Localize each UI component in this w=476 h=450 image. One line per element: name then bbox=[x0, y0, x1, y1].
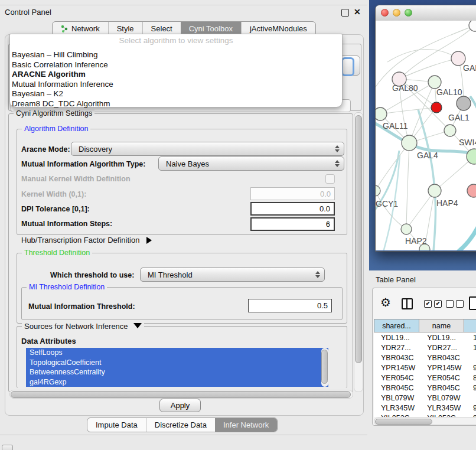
list-item[interactable]: SelfLoops bbox=[26, 348, 328, 358]
list-item[interactable]: BetweennessCentrality bbox=[26, 367, 328, 377]
collapsed-panel-button[interactable] bbox=[2, 445, 13, 450]
node-label: HAP4 bbox=[436, 198, 458, 208]
list-vertical-scrollbar-thumb[interactable] bbox=[321, 350, 328, 384]
dropdown-item[interactable]: Bayesian – Hill Climbing bbox=[10, 50, 342, 60]
zoom-traffic-light-icon[interactable] bbox=[405, 9, 412, 17]
settings-vertical-scrollbar-thumb[interactable] bbox=[355, 115, 362, 363]
dropdown-hint: Select algorithm to view settings bbox=[10, 36, 342, 45]
column-header-name[interactable]: name bbox=[419, 319, 464, 332]
deselect-all-checkboxes-icon[interactable] bbox=[446, 300, 464, 308]
column-header-label: shared... bbox=[382, 322, 411, 330]
table-row[interactable]: YER054CYER054C8. bbox=[374, 373, 476, 383]
tab-infer-network[interactable]: Infer Network bbox=[215, 418, 277, 432]
kernel-width-label: Kernel Width (0,1): bbox=[21, 190, 86, 198]
control-panel-bottom-edge bbox=[0, 435, 367, 435]
algorithm-dropdown-list: Select algorithm to view settings Bayesi… bbox=[9, 34, 343, 107]
mi-threshold-label: Mutual Information Threshold: bbox=[28, 302, 135, 311]
network-window-titlebar[interactable] bbox=[376, 5, 476, 21]
hub-definition-toggle[interactable]: Hub/Transcription Factor Definition bbox=[21, 236, 152, 244]
mi-steps-field[interactable]: 6 bbox=[250, 217, 335, 231]
node-red-selected[interactable] bbox=[431, 102, 442, 113]
which-threshold-combo[interactable]: MI Threshold bbox=[140, 268, 325, 282]
node-gray[interactable] bbox=[457, 96, 471, 110]
column-header-shared[interactable]: shared... bbox=[374, 319, 419, 332]
expand-right-icon bbox=[146, 237, 152, 244]
network-canvas[interactable]: GAL8 GAL80 GAL10 GAL11 GAL1 SWI4 GAL4 GC… bbox=[376, 21, 476, 250]
combo-focus-ring bbox=[341, 57, 354, 76]
close-icon[interactable]: ✕ bbox=[354, 7, 361, 17]
node-gal4[interactable] bbox=[402, 135, 417, 151]
dpi-tolerance-field[interactable]: 0.0 bbox=[250, 202, 335, 216]
manual-kernel-checkbox[interactable] bbox=[325, 174, 335, 184]
control-panel-title: Control Panel bbox=[5, 8, 51, 17]
aracne-mode-combo[interactable]: Discovery bbox=[71, 142, 344, 156]
apply-button[interactable]: Apply bbox=[159, 399, 201, 412]
minimize-traffic-light-icon[interactable] bbox=[393, 9, 400, 17]
dropdown-item[interactable]: Dream8 DC_TDC Algorithm bbox=[10, 99, 342, 109]
settings-horizontal-scrollbar-thumb[interactable] bbox=[11, 391, 351, 398]
sources-title-wrap: Sources for Network Inference bbox=[22, 322, 144, 331]
select-all-checkboxes-icon[interactable]: ✔✔ bbox=[424, 300, 442, 308]
table-row[interactable]: YDR27...YDR27...12 bbox=[374, 343, 476, 353]
table-panel-title: Table Panel bbox=[376, 275, 416, 284]
table-row[interactable]: YBL079WYBL079W bbox=[374, 393, 476, 403]
tab-impute-data-label: Impute Data bbox=[96, 418, 138, 432]
combo-arrows-icon bbox=[335, 160, 340, 167]
collapse-down-icon[interactable] bbox=[133, 323, 142, 328]
node-gal10[interactable] bbox=[428, 76, 441, 89]
node-gcy1[interactable] bbox=[376, 185, 380, 196]
gear-icon[interactable]: ⚙ bbox=[380, 296, 391, 308]
new-table-icon[interactable] bbox=[469, 296, 476, 310]
close-traffic-light-icon[interactable] bbox=[381, 9, 389, 17]
column-header-partial[interactable] bbox=[464, 319, 476, 332]
combo-arrows-icon bbox=[335, 145, 340, 152]
mi-threshold-field[interactable]: 0.5 bbox=[248, 299, 332, 312]
node-gal11[interactable] bbox=[376, 107, 387, 120]
node-hap4[interactable] bbox=[428, 184, 441, 197]
kernel-width-value: 0.0 bbox=[320, 190, 331, 198]
column-header-label: name bbox=[432, 322, 451, 330]
mi-steps-label: Mutual Information Steps: bbox=[21, 220, 112, 228]
sources-title: Sources for Network Inference bbox=[24, 322, 128, 331]
mi-type-combo[interactable]: Naive Bayes bbox=[158, 156, 344, 171]
tab-infer-network-label: Infer Network bbox=[223, 418, 269, 432]
node-label: GAL8 bbox=[463, 63, 476, 73]
node-gal1[interactable] bbox=[444, 125, 456, 136]
table-horizontal-scrollbar-thumb[interactable] bbox=[375, 419, 432, 425]
float-window-icon[interactable] bbox=[341, 9, 349, 17]
tab-discretize-data[interactable]: Discretize Data bbox=[146, 418, 215, 432]
node-salmon[interactable] bbox=[467, 184, 476, 197]
network-graph: GAL8 GAL80 GAL10 GAL11 GAL1 SWI4 GAL4 GC… bbox=[376, 21, 476, 250]
network-icon bbox=[61, 25, 69, 32]
control-panel: Control Panel ✕ Network Style bbox=[0, 0, 367, 450]
tab-discretize-data-label: Discretize Data bbox=[155, 418, 207, 432]
dropdown-item-selected[interactable]: ARACNE Algorithm bbox=[10, 70, 342, 80]
aracne-mode-value: Discovery bbox=[79, 145, 112, 154]
dropdown-item[interactable]: Basic Correlation Inference bbox=[10, 60, 342, 70]
dpi-tolerance-label: DPI Tolerance [0,1]: bbox=[21, 205, 90, 213]
table-row[interactable]: YLR345WYLR345W9. bbox=[374, 403, 476, 413]
mi-steps-value: 6 bbox=[326, 220, 330, 229]
mi-type-label: Mutual Information Algorithm Type: bbox=[21, 160, 145, 168]
application-window: Control Panel ✕ Network Style bbox=[0, 0, 476, 450]
table-row[interactable]: YBR045CYBR045C9. bbox=[374, 383, 476, 393]
tab-impute-data[interactable]: Impute Data bbox=[87, 418, 146, 432]
algorithm-definition-title: Algorithm Definition bbox=[22, 125, 90, 133]
split-columns-icon[interactable] bbox=[402, 298, 413, 309]
list-item[interactable]: gal4RGexp bbox=[26, 377, 328, 387]
table-row[interactable]: YIL052CYIL052C9 bbox=[374, 413, 476, 417]
list-item[interactable]: TopologicalCoefficient bbox=[26, 358, 328, 368]
table-row[interactable]: YPR145WYPR145W9. bbox=[374, 363, 476, 373]
dropdown-item[interactable]: Bayesian – K2 bbox=[10, 89, 342, 99]
control-panel-titlebar: Control Panel ✕ bbox=[0, 5, 367, 19]
manual-kernel-label: Manual Kernel Width Definition bbox=[21, 175, 131, 183]
data-attributes-label: Data Attributes bbox=[21, 337, 76, 345]
table-row[interactable]: YDL19...YDL19...13 bbox=[374, 332, 476, 343]
node-label: GCY1 bbox=[376, 199, 398, 208]
table-row[interactable]: YBR043CYBR043C bbox=[374, 353, 476, 363]
kernel-width-field[interactable]: 0.0 bbox=[250, 187, 335, 200]
node-label: GAL80 bbox=[392, 83, 418, 93]
table-panel: Table Panel ⚙ ✔✔ shared... name YDL19 bbox=[367, 270, 476, 450]
node-hap2[interactable] bbox=[401, 224, 412, 234]
dropdown-item[interactable]: Mutual Information Inference bbox=[10, 80, 342, 90]
